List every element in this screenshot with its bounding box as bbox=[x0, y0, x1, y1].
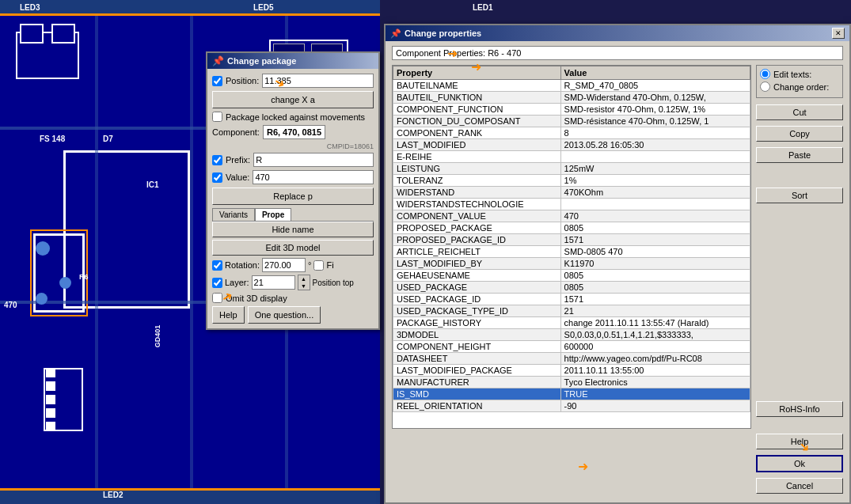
table-row[interactable]: USED_PACKAGE_TYPE_ID21 bbox=[393, 305, 750, 317]
table-row[interactable]: LAST_MODIFIED_PACKAGE2011.10.11 13:55:00 bbox=[393, 365, 750, 377]
table-row[interactable]: BAUTEILNAMER_SMD_470_0805 bbox=[393, 80, 750, 92]
value-checkbox[interactable] bbox=[212, 172, 222, 183]
change-button[interactable]: change X a bbox=[212, 91, 374, 108]
led3-label: LED3 bbox=[20, 3, 40, 12]
property-cell: COMPONENT_FUNCTION bbox=[393, 104, 561, 116]
ok-button[interactable]: Ok bbox=[756, 455, 843, 472]
cut-button[interactable]: Cut bbox=[756, 104, 843, 120]
replace-button[interactable]: Replace p bbox=[212, 188, 374, 205]
layer-row: Layer: ▲ ▼ Position top bbox=[212, 275, 374, 290]
props-main-content: Property Value BAUTEILNAMER_SMD_470_0805… bbox=[392, 65, 843, 496]
value-cell: 600000 bbox=[560, 341, 750, 353]
edit-mode-group: Edit texts: Change order: bbox=[756, 65, 843, 98]
table-row[interactable]: LAST_MODIFIED2013.05.28 16:05:30 bbox=[393, 139, 750, 151]
table-row[interactable]: LEISTUNG125mW bbox=[393, 163, 750, 175]
property-cell: IS_SMD bbox=[393, 388, 561, 400]
rotation-label: Rotation: bbox=[225, 260, 260, 270]
table-row[interactable]: PROPOSED_PACKAGE_ID1571 bbox=[393, 234, 750, 246]
one-question-button[interactable]: One question... bbox=[248, 306, 321, 324]
help-button[interactable]: Help bbox=[212, 306, 245, 324]
sort-button[interactable]: Sort bbox=[756, 188, 843, 203]
value-cell: -90 bbox=[560, 400, 750, 412]
property-cell: COMPONENT_HEIGHT bbox=[393, 341, 561, 353]
props-table-container: Property Value BAUTEILNAMER_SMD_470_0805… bbox=[392, 65, 751, 496]
component-section: Component: R6, 470, 0815 CMPID=18061 bbox=[212, 125, 374, 150]
table-row[interactable]: BAUTEIL_FUNKTIONSMD-Widerstand 470-Ohm, … bbox=[393, 92, 750, 104]
table-row[interactable]: GEHAEUSENAME0805 bbox=[393, 270, 750, 282]
locked-checkbox[interactable] bbox=[212, 112, 222, 122]
properties-tab[interactable]: Prope bbox=[255, 208, 291, 221]
table-row[interactable]: DATASHEEThttp://www.yageo.com/pdf/Pu-RC0… bbox=[393, 353, 750, 365]
prefix-label: Prefix: bbox=[226, 155, 250, 165]
value-cell: 2013.05.28 16:05:30 bbox=[560, 139, 750, 151]
cancel-button[interactable]: Cancel bbox=[756, 478, 843, 494]
table-scroll[interactable]: Property Value BAUTEILNAMER_SMD_470_0805… bbox=[392, 65, 751, 429]
props-title-left: 📌 Change properties bbox=[390, 28, 481, 39]
properties-table: Property Value BAUTEILNAMER_SMD_470_0805… bbox=[393, 66, 750, 412]
table-row[interactable]: 3DMODELS0,0.03,0,0.51,1.4,1.21,$333333, bbox=[393, 329, 750, 341]
table-row[interactable]: WIDERSTAND470KOhm bbox=[393, 187, 750, 199]
rotation-checkbox[interactable] bbox=[212, 260, 222, 271]
table-row[interactable]: TOLERANZ1% bbox=[393, 175, 750, 187]
gd401-label: GD401 bbox=[154, 325, 161, 348]
table-row[interactable]: REEL_ORIENTATION-90 bbox=[393, 400, 750, 412]
pcb-pad bbox=[36, 293, 47, 305]
layer-input[interactable] bbox=[252, 275, 295, 290]
table-row[interactable]: COMPONENT_VALUE470 bbox=[393, 210, 750, 222]
table-row[interactable]: ARTICLE_REICHELTSMD-0805 470 bbox=[393, 246, 750, 258]
table-row[interactable]: IS_SMDTRUE bbox=[393, 388, 750, 400]
change-package-body: Position: change X a Package locked agai… bbox=[207, 69, 378, 328]
r6-label: R6 bbox=[79, 273, 89, 281]
value-cell: 2011.10.11 13:55:00 bbox=[560, 365, 750, 377]
prefix-checkbox[interactable] bbox=[212, 155, 222, 165]
led1-label: LED1 bbox=[473, 3, 493, 12]
variants-tab[interactable]: Variants bbox=[212, 208, 255, 221]
copy-button[interactable]: Copy bbox=[756, 126, 843, 142]
table-row[interactable]: USED_PACKAGE_ID1571 bbox=[393, 294, 750, 305]
property-cell: BAUTEILNAME bbox=[393, 80, 561, 92]
layer-up-arrow[interactable]: ▲ bbox=[298, 275, 310, 282]
property-cell: ARTICLE_REICHELT bbox=[393, 246, 561, 258]
table-row[interactable]: PROPOSED_PACKAGE0805 bbox=[393, 222, 750, 234]
table-row[interactable]: LAST_MODIFIED_BYK11970 bbox=[393, 258, 750, 270]
property-cell: USED_PACKAGE_TYPE_ID bbox=[393, 305, 561, 317]
table-row[interactable]: COMPONENT_HEIGHT600000 bbox=[393, 341, 750, 353]
rotation-input[interactable] bbox=[262, 258, 306, 272]
table-row[interactable]: COMPONENT_RANK8 bbox=[393, 127, 750, 139]
property-cell: USED_PACKAGE bbox=[393, 282, 561, 294]
rohs-button[interactable]: RoHS-Info bbox=[756, 401, 843, 417]
close-button[interactable]: ✕ bbox=[832, 28, 845, 39]
change-package-dialog: 📌 Change package Position: change X a Pa… bbox=[206, 51, 380, 330]
fi-checkbox[interactable] bbox=[313, 260, 324, 271]
table-row[interactable]: WIDERSTANDSTECHNOLOGIE bbox=[393, 199, 750, 210]
property-cell: LAST_MODIFIED_BY bbox=[393, 258, 561, 270]
table-row[interactable]: MANUFACTURERTyco Electronics bbox=[393, 377, 750, 388]
property-cell: MANUFACTURER bbox=[393, 377, 561, 388]
table-row[interactable]: E-REIHE bbox=[393, 151, 750, 163]
edit-texts-label: Edit texts: bbox=[773, 70, 811, 79]
props-subtitle: Component Properties: R6 - 470 bbox=[392, 46, 843, 60]
table-row[interactable]: FONCTION_DU_COMPOSANTSMD-résistance 470-… bbox=[393, 116, 750, 127]
pcb-trace bbox=[190, 0, 193, 504]
table-row[interactable]: USED_PACKAGE0805 bbox=[393, 282, 750, 294]
value-input[interactable] bbox=[253, 170, 374, 184]
position-checkbox[interactable] bbox=[212, 76, 222, 86]
change-package-titlebar: 📌 Change package bbox=[207, 53, 378, 69]
prefix-input[interactable] bbox=[253, 153, 374, 167]
layer-checkbox[interactable] bbox=[212, 278, 222, 288]
hide-name-button[interactable]: Hide name bbox=[212, 222, 374, 237]
paste-button[interactable]: Paste bbox=[756, 147, 843, 163]
property-cell: USED_PACKAGE_ID bbox=[393, 294, 561, 305]
value-cell: 1571 bbox=[560, 294, 750, 305]
change-order-radio[interactable] bbox=[760, 81, 770, 92]
layer-label: Layer: bbox=[225, 278, 249, 287]
tab-row: Variants Prope bbox=[212, 208, 374, 222]
table-row[interactable]: PACKAGE_HISTORYchange 2011.10.11 13:55:4… bbox=[393, 317, 750, 329]
ic1-label: IC1 bbox=[146, 180, 159, 189]
edit-3d-button[interactable]: Edit 3D model bbox=[212, 240, 374, 256]
degree-symbol: ° bbox=[308, 260, 311, 270]
edit-texts-radio[interactable] bbox=[760, 69, 770, 79]
omit-3d-label: Omit 3D display bbox=[226, 294, 287, 303]
layer-down-arrow[interactable]: ▼ bbox=[298, 282, 310, 290]
table-row[interactable]: COMPONENT_FUNCTIONSMD-resistor 470-Ohm, … bbox=[393, 104, 750, 116]
